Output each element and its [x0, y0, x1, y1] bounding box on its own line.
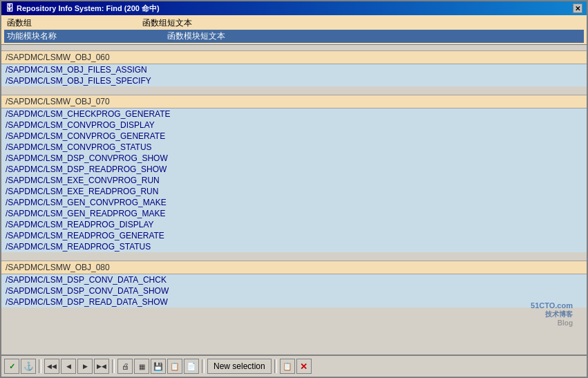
list-item[interactable]: /SAPDMC/LSM_DSP_CONVPROG_SHOW: [1, 153, 587, 164]
spacer-1: [1, 45, 587, 50]
list-item[interactable]: /SAPDMC/LSM_DSP_CONV_DATA_CHCK: [1, 274, 587, 285]
list-item[interactable]: /SAPDMC/LSM_CONVPROG_GENERATE: [1, 131, 587, 142]
header-row-1: 函数组 函数组短文本: [4, 17, 584, 30]
spacer-4: [1, 310, 587, 331]
print2-button[interactable]: ▦: [134, 359, 149, 374]
last-button[interactable]: ▶◀: [94, 359, 109, 374]
spacer-2: [1, 89, 587, 95]
separator-1: [39, 359, 41, 373]
save-icon: 💾: [153, 362, 163, 371]
content-area: 函数组 函数组短文本 功能模块名称 函数模块短文本 /SAPDMC/LSMW_O…: [1, 15, 587, 355]
header-col1-row2: 功能模块名称: [7, 30, 57, 42]
last-icon: ▶◀: [97, 363, 106, 370]
save-button[interactable]: 💾: [151, 359, 166, 374]
copy-button[interactable]: 📄: [184, 359, 199, 374]
window-title: Repository Info System: Find (200 命中): [17, 3, 160, 14]
list-item[interactable]: /SAPDMC/LSM_DSP_CONV_DATA_SHOW: [1, 285, 587, 296]
clipboard-icon: 📋: [170, 362, 180, 371]
cancel-icon: ✕: [300, 361, 307, 372]
list-item[interactable]: /SAPDMC/LSM_OBJ_FILES_SPECIFY: [1, 75, 587, 86]
list-item[interactable]: /SAPDMC/LSM_OBJ_FILES_ASSIGN: [1, 64, 587, 75]
title-bar: 🗄 Repository Info System: Find (200 命中) …: [1, 1, 587, 15]
main-window: 🗄 Repository Info System: Find (200 命中) …: [0, 0, 588, 378]
next-icon: ▶: [83, 363, 88, 370]
copy2-button[interactable]: 📋: [280, 359, 295, 374]
header-col2-row2: 函数模块短文本: [167, 30, 225, 42]
spacer-3: [1, 255, 587, 261]
list-item[interactable]: /SAPDMC/LSM_EXE_CONVPROG_RUN: [1, 175, 587, 186]
clipboard-button[interactable]: 📋: [167, 359, 182, 374]
group-section-1: /SAPDMC/LSMW_OBJ_060 /SAPDMC/LSM_OBJ_FIL…: [1, 50, 587, 86]
separator-2: [112, 359, 115, 373]
anchor-button[interactable]: ⚓: [21, 359, 36, 374]
main-content[interactable]: /SAPDMC/LSMW_OBJ_060 /SAPDMC/LSM_OBJ_FIL…: [1, 45, 587, 355]
list-item[interactable]: /SAPDMC/LSM_READPROG_GENERATE: [1, 230, 587, 241]
print-icon: 🖨: [122, 362, 129, 370]
list-item[interactable]: /SAPDMC/LSM_READPROG_STATUS: [1, 241, 587, 252]
group-header-3[interactable]: /SAPDMC/LSMW_OBJ_080: [1, 261, 587, 274]
separator-3: [202, 359, 205, 373]
group-section-2: /SAPDMC/LSMW_OBJ_070 /SAPDMC/LSM_CHECKPR…: [1, 95, 587, 252]
cancel-button[interactable]: ✕: [296, 359, 312, 374]
group-header-1[interactable]: /SAPDMC/LSMW_OBJ_060: [1, 50, 587, 64]
header-col1-row1: 函数组: [7, 17, 32, 29]
list-item[interactable]: /SAPDMC/LSM_CHECKPROG_GENERATE: [1, 108, 587, 120]
list-item[interactable]: /SAPDMC/LSM_CONVPROG_DISPLAY: [1, 120, 587, 131]
prev-icon: ◀: [66, 363, 71, 370]
anchor-icon: ⚓: [23, 361, 34, 371]
header-section: 函数组 函数组短文本 功能模块名称 函数模块短文本: [1, 15, 587, 45]
copy2-icon: 📋: [283, 362, 292, 371]
list-item[interactable]: /SAPDMC/LSM_GEN_READPROG_MAKE: [1, 208, 587, 219]
print-button[interactable]: 🖨: [117, 359, 133, 374]
separator-4: [274, 359, 277, 373]
close-button[interactable]: ✕: [573, 3, 582, 13]
window-icon: 🗄: [6, 3, 14, 13]
copy-icon: 📄: [187, 362, 196, 371]
list-item[interactable]: /SAPDMC/LSM_GEN_CONVPROG_MAKE: [1, 197, 587, 208]
group-section-3: /SAPDMC/LSMW_OBJ_080 /SAPDMC/LSM_DSP_CON…: [1, 261, 587, 308]
header-col2-row1: 函数组短文本: [142, 17, 192, 29]
first-icon: ◀◀: [47, 363, 57, 370]
list-item[interactable]: /SAPDMC/LSM_EXE_READPROG_RUN: [1, 186, 587, 197]
toolbar: ✓ ⚓ ◀◀ ◀ ▶ ▶◀ 🖨 ▦ 💾 📋: [1, 355, 587, 377]
print2-icon: ▦: [139, 363, 145, 370]
new-selection-button[interactable]: New selection: [207, 359, 272, 374]
accept-button[interactable]: ✓: [4, 359, 19, 374]
next-button[interactable]: ▶: [77, 359, 93, 374]
new-selection-label: New selection: [214, 361, 265, 371]
header-row-2[interactable]: 功能模块名称 函数模块短文本: [4, 30, 584, 43]
list-item[interactable]: /SAPDMC/LSM_CONVPROG_STATUS: [1, 142, 587, 153]
title-bar-text: 🗄 Repository Info System: Find (200 命中): [6, 3, 160, 14]
group-header-2[interactable]: /SAPDMC/LSMW_OBJ_070: [1, 95, 587, 108]
first-button[interactable]: ◀◀: [44, 359, 59, 374]
list-item[interactable]: /SAPDMC/LSM_DSP_READ_DATA_SHOW: [1, 296, 587, 308]
prev-button[interactable]: ◀: [61, 359, 76, 374]
list-item[interactable]: /SAPDMC/LSM_DSP_READPROG_SHOW: [1, 164, 587, 175]
list-item[interactable]: /SAPDMC/LSM_READPROG_DISPLAY: [1, 219, 587, 230]
checkmark-icon: ✓: [9, 362, 15, 371]
